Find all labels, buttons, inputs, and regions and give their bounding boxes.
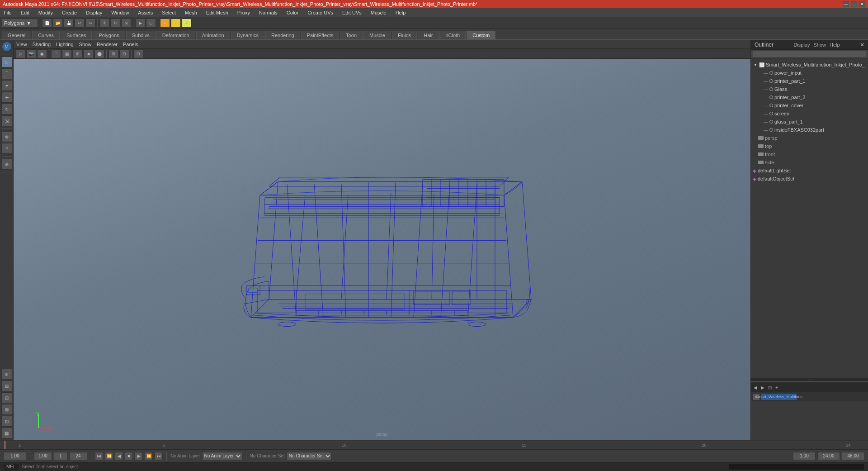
viewport-menu-panels[interactable]: Panels (123, 42, 138, 47)
current-frame-input[interactable] (4, 452, 26, 460)
maya-home-button[interactable]: M (2, 42, 12, 52)
next-key-button[interactable]: ⏭ (155, 452, 163, 460)
max-range-input[interactable] (69, 452, 87, 460)
paint-select-button[interactable]: ✦ (1, 80, 12, 91)
tb-move[interactable]: ✛ (99, 19, 109, 28)
anim-layer-select[interactable]: No Anim Layer (202, 452, 242, 460)
anim-end-input[interactable] (817, 452, 840, 460)
play-back-button[interactable]: ◀ (115, 452, 123, 460)
tb-light2[interactable]: ● (171, 19, 181, 28)
menu-help[interactable]: Help (394, 9, 408, 16)
vp-smooth[interactable]: ⬤ (94, 49, 104, 58)
close-button[interactable]: ✕ (859, 1, 865, 7)
layer-button-2[interactable]: ⊞ (1, 381, 12, 391)
tb-open[interactable]: 📂 (53, 19, 63, 28)
node-tab-button-2[interactable]: ▶ (761, 385, 764, 390)
tab-muscle[interactable]: Muscle (363, 31, 391, 39)
outliner-item-top[interactable]: top (751, 142, 868, 150)
tab-ncloth[interactable]: nCloth (439, 31, 466, 39)
timeline-bar[interactable]: 1 5 10 15 20 (0, 441, 868, 449)
outliner-resize-handle[interactable]: ··· (751, 378, 868, 381)
minimize-button[interactable]: — (843, 1, 849, 7)
menu-window[interactable]: Window (109, 9, 131, 16)
tab-fluids[interactable]: Fluids (392, 31, 417, 39)
layer-button-4[interactable]: ⊠ (1, 404, 12, 415)
tb-light3[interactable]: ● (182, 19, 192, 28)
tb-ipr[interactable]: ⊡ (146, 19, 156, 28)
tab-subdivs[interactable]: Subdivs (126, 31, 156, 39)
outliner-tab-show[interactable]: Show (813, 42, 826, 48)
menu-normals[interactable]: Normals (257, 9, 279, 16)
prev-frame-button[interactable]: ⏪ (105, 452, 113, 460)
vp-hud[interactable]: ⊟ (119, 49, 129, 58)
layer-button-6[interactable]: ▦ (1, 428, 12, 438)
outliner-item-power-input[interactable]: — power_input (751, 69, 868, 77)
select-tool-button[interactable]: ▷ (1, 57, 12, 67)
menu-proxy[interactable]: Proxy (236, 9, 252, 16)
vp-cam-button[interactable]: 📷 (26, 49, 36, 58)
outliner-item-default-object-set[interactable]: ◆ defaultObjectSet (751, 175, 868, 183)
vp-grid[interactable]: ⊞ (108, 49, 118, 58)
outliner-item-screen[interactable]: — screen (751, 109, 868, 118)
tb-render[interactable]: ▶ (135, 19, 145, 28)
outliner-tab-help[interactable]: Help (830, 42, 840, 48)
anim-start-input[interactable] (793, 452, 816, 460)
tb-new[interactable]: 📄 (42, 19, 52, 28)
move-tool-button[interactable]: ✛ (1, 92, 12, 103)
menu-muscle[interactable]: Muscle (369, 9, 388, 16)
mode-selector[interactable]: Polygons ▼ (2, 19, 38, 28)
play-stop-button[interactable]: ■ (125, 452, 133, 460)
tab-hair[interactable]: Hair (418, 31, 439, 39)
layer-button-1[interactable]: ≡ (1, 369, 12, 380)
menu-edit-uvs[interactable]: Edit UVs (340, 9, 363, 16)
tab-general[interactable]: General (2, 31, 31, 39)
prev-key-button[interactable]: ⏮ (95, 452, 103, 460)
tab-dynamics[interactable]: Dynamics (231, 31, 264, 39)
node-tab-button-1[interactable]: ◀ (754, 385, 757, 390)
viewport-menu-shading[interactable]: Shading (33, 42, 51, 47)
layer-button-5[interactable]: ⊡ (1, 416, 12, 427)
anim-end2-input[interactable] (842, 452, 864, 460)
outliner-item-root[interactable]: ▼ ⬜ Smart_Wireless_Multifunction_Inkjet_… (751, 61, 868, 69)
menu-create-uvs[interactable]: Create UVs (306, 9, 335, 16)
tb-redo[interactable]: ↪ (85, 19, 95, 28)
viewport-3d[interactable]: persp X Y (14, 59, 750, 440)
tb-scale[interactable]: ⇲ (121, 19, 131, 28)
tb-save[interactable]: 💾 (64, 19, 74, 28)
outliner-tab-display[interactable]: Display (793, 42, 810, 48)
node-tab-scroll[interactable]: ⊡ (768, 385, 772, 390)
vp-resolution-gate[interactable]: ⊡ (133, 49, 143, 58)
tb-undo[interactable]: ↩ (75, 19, 85, 28)
outliner-item-printer-part-2[interactable]: — printer_part_2 (751, 93, 868, 101)
tab-toon[interactable]: Toon (340, 31, 363, 39)
outliner-item-printer-cover[interactable]: — printer_cover (751, 101, 868, 109)
next-frame-button[interactable]: ⏩ (145, 452, 153, 460)
outliner-search-input[interactable] (753, 51, 866, 58)
node-tab-add[interactable]: + (775, 385, 778, 390)
tab-painteffects[interactable]: PaintEffects (301, 31, 340, 39)
tab-surfaces[interactable]: Surfaces (61, 31, 92, 39)
soft-select-button[interactable]: ⊗ (1, 131, 12, 142)
outliner-item-printer-part-1[interactable]: — printer_part_1 (751, 77, 868, 85)
lasso-tool-button[interactable]: ⌒ (1, 68, 12, 79)
menu-display[interactable]: Display (84, 9, 104, 16)
outliner-item-front[interactable]: front (751, 150, 868, 158)
tb-rotate[interactable]: ↻ (110, 19, 120, 28)
menu-edit[interactable]: Edit (19, 9, 31, 16)
outliner-item-inside-fbx[interactable]: — insideFBXASC032part (751, 126, 868, 134)
menu-assets[interactable]: Assets (136, 9, 155, 16)
vp-shading-1[interactable]: □ (51, 49, 61, 58)
tab-deformation[interactable]: Deformation (156, 31, 195, 39)
outliner-close[interactable]: ✕ (860, 42, 864, 48)
outliner-item-persp[interactable]: persp (751, 134, 868, 142)
menu-file[interactable]: File (2, 9, 14, 16)
tb-light1[interactable]: ● (160, 19, 170, 28)
outliner-item-glass[interactable]: — Glass (751, 85, 868, 93)
tab-polygons[interactable]: Polygons (93, 31, 125, 39)
min-frame-input[interactable] (34, 452, 52, 460)
play-forward-button[interactable]: ▶ (135, 452, 143, 460)
rotate-tool-button[interactable]: ↻ (1, 104, 12, 114)
show-manipulator-button[interactable]: ⊕ (1, 159, 12, 170)
vp-shaded[interactable]: ■ (84, 49, 94, 58)
outliner-item-side[interactable]: side (751, 158, 868, 167)
